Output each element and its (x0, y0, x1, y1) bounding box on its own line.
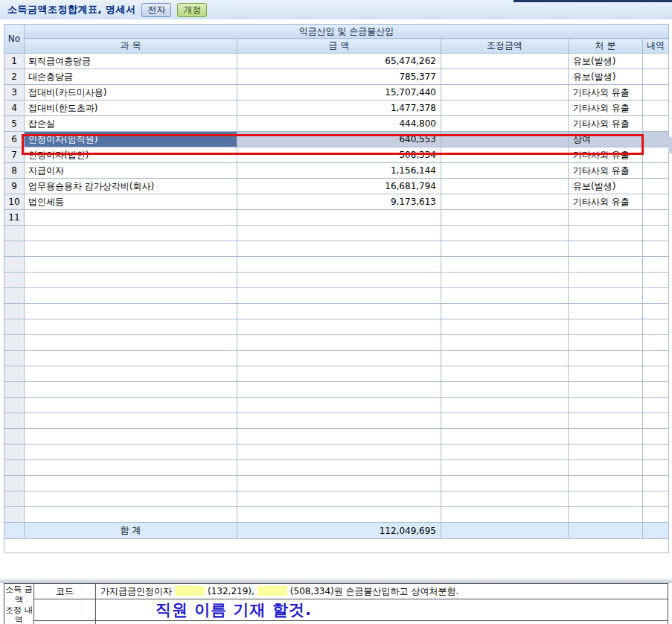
cell-subject[interactable]: 접대비(카드미사용) (25, 85, 237, 101)
cell-amount[interactable]: 1,477,378 (237, 101, 441, 116)
cell-amount[interactable] (237, 413, 441, 429)
cell-amount[interactable]: 785,377 (237, 69, 441, 85)
cell-disp[interactable] (569, 398, 643, 413)
cell-adjust[interactable] (441, 147, 569, 163)
cell-amount[interactable] (237, 304, 441, 319)
cell-adjust[interactable] (441, 69, 569, 85)
cell-adjust[interactable] (441, 476, 569, 491)
cell-no[interactable] (4, 413, 25, 429)
cell-adjust[interactable] (441, 335, 569, 351)
cell-detail[interactable] (643, 335, 669, 351)
cell-adjust[interactable] (441, 163, 569, 179)
cell-disp[interactable]: 기타사외 유출 (569, 147, 643, 163)
cell-detail[interactable] (643, 101, 669, 116)
cell-detail[interactable] (643, 273, 669, 288)
cell-disp[interactable] (569, 491, 643, 507)
cell-adjust[interactable] (441, 413, 569, 429)
cell-detail[interactable] (643, 85, 669, 101)
cell-detail[interactable] (643, 210, 669, 226)
cell-amount[interactable] (237, 429, 441, 445)
cell-adjust[interactable] (441, 257, 569, 273)
cell-subject[interactable] (25, 241, 237, 257)
cell-subject[interactable] (25, 288, 237, 304)
cell-amount[interactable] (237, 398, 441, 413)
cell-subject[interactable] (25, 460, 237, 476)
cell-amount[interactable] (237, 476, 441, 491)
cell-no[interactable]: 2 (4, 69, 25, 85)
cell-adjust[interactable] (441, 507, 569, 523)
cell-subject[interactable] (25, 491, 237, 507)
cell-detail[interactable] (643, 116, 669, 132)
cell-no[interactable]: 1 (4, 54, 25, 69)
cell-adjust[interactable] (441, 54, 569, 69)
cell-adjust[interactable] (441, 101, 569, 116)
cell-subject[interactable] (25, 429, 237, 445)
cell-disp[interactable] (569, 257, 643, 273)
code-cell-partial[interactable] (34, 621, 96, 624)
cell-no[interactable]: 3 (4, 85, 25, 101)
cell-subject[interactable]: 잡손실 (25, 116, 237, 132)
cell-detail[interactable] (643, 54, 669, 69)
cell-disp[interactable]: 기타사외 유출 (569, 194, 643, 210)
cell-adjust[interactable] (441, 429, 569, 445)
cell-subject[interactable]: 인정이자(임직원) (25, 132, 237, 147)
cell-subject[interactable] (25, 476, 237, 491)
cell-detail[interactable] (643, 194, 669, 210)
cell-detail[interactable] (643, 257, 669, 273)
cell-amount[interactable] (237, 507, 441, 523)
cell-detail[interactable] (643, 413, 669, 429)
cell-no[interactable] (4, 366, 25, 382)
cell-amount[interactable]: 1,156,144 (237, 163, 441, 179)
cell-disp[interactable] (569, 304, 643, 319)
cell-disp[interactable] (569, 319, 643, 335)
cell-no[interactable] (4, 304, 25, 319)
cell-detail[interactable] (643, 351, 669, 366)
cell-amount[interactable]: 640,553 (237, 132, 441, 147)
cell-no[interactable]: 4 (4, 101, 25, 116)
cell-no[interactable] (4, 351, 25, 366)
cell-subject[interactable] (25, 351, 237, 366)
cell-amount[interactable] (237, 257, 441, 273)
cell-amount[interactable] (237, 319, 441, 335)
cell-subject[interactable] (25, 226, 237, 241)
cell-amount[interactable]: 16,681,794 (237, 179, 441, 194)
cell-no[interactable] (4, 507, 25, 523)
cell-adjust[interactable] (441, 366, 569, 382)
cell-subject[interactable] (25, 304, 237, 319)
cell-disp[interactable] (569, 476, 643, 491)
cell-amount[interactable] (237, 273, 441, 288)
cell-subject[interactable] (25, 366, 237, 382)
cell-no[interactable] (4, 335, 25, 351)
cell-disp[interactable] (569, 460, 643, 476)
cell-adjust[interactable] (441, 194, 569, 210)
cell-disp[interactable]: 기타사외 유출 (569, 163, 643, 179)
note-line-1[interactable]: 가지급금인정이자(132,219),(508,334)원 손금불산입하고 상여처… (96, 584, 668, 599)
cell-adjust[interactable] (441, 491, 569, 507)
cell-amount[interactable]: 15,707,440 (237, 85, 441, 101)
cell-disp[interactable]: 유보(발생) (569, 69, 643, 85)
cell-adjust[interactable] (441, 304, 569, 319)
cell-adjust[interactable] (441, 398, 569, 413)
cell-adjust[interactable] (441, 116, 569, 132)
cell-subject[interactable]: 지급이자 (25, 163, 237, 179)
cell-disp[interactable] (569, 226, 643, 241)
cell-detail[interactable] (643, 132, 669, 147)
cell-disp[interactable] (569, 351, 643, 366)
cell-no[interactable] (4, 491, 25, 507)
cell-adjust[interactable] (441, 445, 569, 460)
cell-no[interactable] (4, 460, 25, 476)
cell-adjust[interactable] (441, 226, 569, 241)
cell-amount[interactable] (237, 210, 441, 226)
cell-subject[interactable]: 인정이자(법인) (25, 147, 237, 163)
cell-detail[interactable] (643, 382, 669, 398)
cell-subject[interactable] (25, 398, 237, 413)
cell-amount[interactable]: 444,800 (237, 116, 441, 132)
cell-adjust[interactable] (441, 351, 569, 366)
cell-detail[interactable] (643, 319, 669, 335)
cell-disp[interactable] (569, 210, 643, 226)
cell-detail[interactable] (643, 288, 669, 304)
cell-detail[interactable] (643, 147, 669, 163)
cell-disp[interactable]: 유보(발생) (569, 54, 643, 69)
cell-detail[interactable] (643, 179, 669, 194)
cell-amount[interactable] (237, 382, 441, 398)
